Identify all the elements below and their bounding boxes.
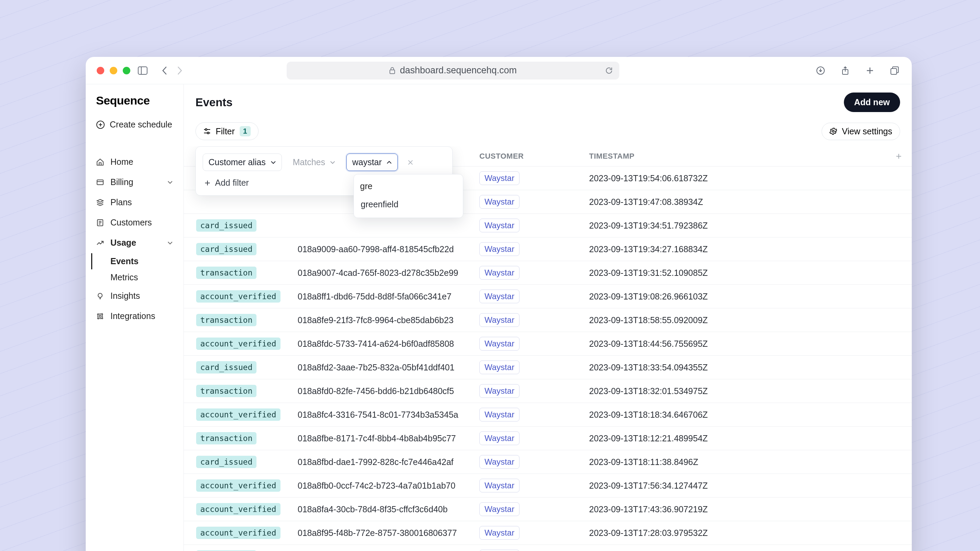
sidebar-item-customers[interactable]: Customers [86,213,183,232]
event-id: 018a8fc4-3316-7541-8c01-7734b3a5345a [298,410,458,419]
chevron-down-icon [270,161,276,164]
event-id: 018a8fdc-5733-7414-a624-b6f0adf85808 [298,339,454,348]
dropdown-option[interactable]: greenfield [354,195,463,214]
table-row[interactable]: card_issued018a9009-aa60-7998-aff4-81854… [184,237,912,261]
event-timestamp: 2023-09-13T19:34:27.168834Z [582,237,888,261]
dropdown-search-input[interactable] [360,181,457,191]
event-type-pill: transaction [196,314,256,326]
nav-back-icon[interactable] [158,64,171,77]
table-row[interactable]: account_verified018a8fa4-30cb-78d4-8f35-… [184,497,912,521]
event-id: 018a8f95-f48b-772e-8757-380016806377 [298,528,457,538]
home-icon [96,158,104,166]
nav-forward-icon[interactable] [173,64,186,77]
table-row[interactable]: account_verified018a8fdc-5733-7414-a624-… [184,332,912,356]
filter-attribute-select[interactable]: Customer alias [203,154,282,171]
sidebar-item-usage[interactable]: Usage [86,233,183,252]
sidebar-item-integrations[interactable]: Integrations [86,306,183,326]
customer-pill[interactable]: Waystar [479,549,520,551]
maximize-window[interactable] [123,67,130,75]
table-row[interactable]: account_verified018a8ff1-dbd6-75dd-8d8f-… [184,285,912,308]
table-row[interactable]: transaction018a8fbe-8171-7c4f-8bb4-4b8ab… [184,427,912,450]
event-type-pill: account_verified [196,503,280,515]
customer-pill[interactable]: Waystar [479,526,520,540]
reload-icon[interactable] [605,67,613,75]
table-row[interactable]: card_issued018a8fbd-dae1-7992-828c-fc7e4… [184,450,912,474]
minimize-window[interactable] [110,67,117,75]
filter-value-select[interactable]: waystar [346,154,398,171]
tabs-icon[interactable] [888,64,901,77]
sidebar-item-insights[interactable]: Insights [86,286,183,306]
table-row[interactable]: transaction018a8fe9-21f3-7fc8-9964-cbe85… [184,308,912,332]
table-row[interactable]: card_issuedWaystar2023-09-13T19:34:51.79… [184,214,912,237]
table-row[interactable]: transaction018a9007-4cad-765f-8023-d278c… [184,261,912,285]
filter-operator-select[interactable]: Matches [287,154,341,171]
sidebar-item-label: Usage [110,238,136,248]
customer-pill[interactable]: Waystar [479,219,520,232]
svg-point-28 [832,130,834,132]
column-header-timestamp[interactable]: TIMESTAMP [582,146,888,167]
event-id: 018a8fbe-8171-7c4f-8bb4-4b8ab4b95c77 [298,433,456,443]
close-window[interactable] [97,67,104,75]
customer-pill[interactable]: Waystar [479,384,520,398]
plus-icon [204,179,211,186]
customer-pill[interactable]: Waystar [479,455,520,469]
share-icon[interactable] [839,64,851,77]
table-row[interactable]: account_verified018a8fb0-0ccf-74c2-b723-… [184,474,912,497]
table-row[interactable]: account_verified018a8f95-f48b-772e-8757-… [184,521,912,545]
event-id: 018a8fbd-dae1-7992-828c-fc7e446a42af [298,457,453,467]
chevron-down-icon [167,180,173,184]
event-timestamp: 2023-09-13T18:11:38.8496Z [582,450,888,474]
url-bar[interactable]: dashboard.sequencehq.com [287,62,619,79]
filter-button[interactable]: Filter 1 [196,122,259,140]
customer-pill[interactable]: Waystar [479,242,520,256]
customer-pill[interactable]: Waystar [479,432,520,445]
download-icon[interactable] [815,64,827,77]
new-tab-icon[interactable] [864,64,876,77]
brand-logo: Sequence [86,94,183,116]
customer-pill[interactable]: Waystar [479,337,520,351]
event-id: 018a8fd0-82fe-7456-bdd6-b21db6480cf5 [298,386,454,396]
titlebar: dashboard.sequencehq.com [86,57,912,84]
sidebar-item-home[interactable]: Home [86,152,183,171]
event-type-pill: card_issued [196,361,256,373]
customer-pill[interactable]: Waystar [479,313,520,327]
event-id: 018a8ff1-dbd6-75dd-8d8f-5fa066c341e7 [298,292,452,301]
event-type-pill: transaction [196,432,256,445]
filter-value-dropdown: greenfield [353,174,463,218]
svg-point-27 [207,132,209,134]
customer-pill[interactable]: Waystar [479,289,520,303]
event-timestamp: 2023-09-13T18:12:21.489954Z [582,427,888,450]
table-row[interactable]: account_verified018a8fc4-3316-7541-8c01-… [184,403,912,427]
customer-pill[interactable]: Waystar [479,502,520,516]
event-timestamp: 2023-09-13T18:32:01.534975Z [582,380,888,403]
browser-window: dashboard.sequencehq.com Sequence [86,57,912,551]
column-header-customer[interactable]: CUSTOMER [472,146,582,167]
page-header: Events Add new [184,84,912,120]
customer-pill[interactable]: Waystar [479,266,520,279]
customer-pill[interactable]: Waystar [479,360,520,374]
view-settings-button[interactable]: View settings [822,123,900,140]
sidebar-item-label: Customers [110,218,152,227]
sidebar-item-plans[interactable]: Plans [86,192,183,212]
add-new-button[interactable]: Add new [844,92,900,112]
customer-pill[interactable]: Waystar [479,479,520,492]
sidebar-sub-events[interactable]: Events [91,253,183,269]
customer-pill[interactable]: Waystar [479,195,520,209]
sidebar-sub-metrics[interactable]: Metrics [91,269,183,286]
add-column-button[interactable] [888,146,912,167]
svg-rect-14 [97,180,103,185]
table-row[interactable]: transaction018a8fd0-82fe-7456-bdd6-b21db… [184,380,912,403]
table-row[interactable]: card_issued018a8fd2-3aae-7b25-832a-05bf4… [184,356,912,380]
customer-pill[interactable]: Waystar [479,408,520,421]
event-timestamp: 2023-09-13T17:43:36.907219Z [582,497,888,521]
customer-pill[interactable]: Waystar [479,171,520,185]
event-timestamp: 2023-09-13T19:08:26.966103Z [582,285,888,308]
events-table: CUSTOMER TIMESTAMP 018a900a-0a9Waystar20… [184,146,912,551]
view-settings-label: View settings [842,127,892,137]
remove-filter-icon[interactable] [405,157,416,168]
integrations-icon [96,312,104,321]
sidebar-toggle-icon[interactable] [137,64,149,77]
sidebar-item-billing[interactable]: Billing [86,172,183,192]
table-row[interactable]: card_issued018a8f92-5b3d-7856-951f-ca9e6… [184,545,912,551]
create-schedule-button[interactable]: Create schedule [86,116,183,138]
